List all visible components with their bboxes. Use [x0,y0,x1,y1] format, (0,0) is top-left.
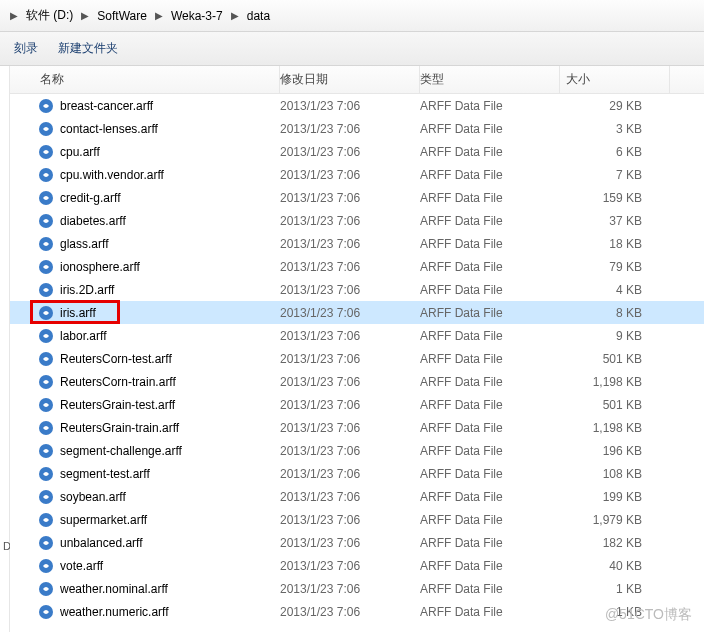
file-icon [38,98,54,114]
breadcrumb-arrow-icon[interactable]: ▶ [151,10,167,21]
file-name-cell: cpu.arff [10,144,280,160]
file-type-cell: ARFF Data File [420,329,560,343]
file-date-cell: 2013/1/23 7:06 [280,306,420,320]
file-name-text: ReutersCorn-test.arff [60,352,172,366]
file-icon [38,328,54,344]
file-row[interactable]: ReutersCorn-test.arff2013/1/23 7:06ARFF … [10,347,704,370]
file-type-cell: ARFF Data File [420,375,560,389]
breadcrumb[interactable]: ▶软件 (D:)▶SoftWare▶Weka-3-7▶data [0,0,704,32]
file-type-cell: ARFF Data File [420,536,560,550]
file-row[interactable]: labor.arff2013/1/23 7:06ARFF Data File9 … [10,324,704,347]
breadcrumb-part[interactable]: 软件 (D:) [22,4,77,28]
breadcrumb-part[interactable]: data [243,4,274,28]
file-type-cell: ARFF Data File [420,398,560,412]
file-name-cell: ReutersCorn-test.arff [10,351,280,367]
file-row[interactable]: ReutersGrain-train.arff2013/1/23 7:06ARF… [10,416,704,439]
file-type-cell: ARFF Data File [420,513,560,527]
file-name-cell: contact-lenses.arff [10,121,280,137]
file-name-text: cpu.arff [60,145,100,159]
breadcrumb-arrow-icon[interactable]: ▶ [77,10,93,21]
file-size-cell: 79 KB [560,260,670,274]
file-row[interactable]: ReutersGrain-test.arff2013/1/23 7:06ARFF… [10,393,704,416]
column-header-size[interactable]: 大小 [560,66,670,93]
file-size-cell: 1,979 KB [560,513,670,527]
file-icon [38,144,54,160]
file-row[interactable]: unbalanced.arff2013/1/23 7:06ARFF Data F… [10,531,704,554]
file-row[interactable]: glass.arff2013/1/23 7:06ARFF Data File18… [10,232,704,255]
column-header-date[interactable]: 修改日期 [280,66,420,93]
file-date-cell: 2013/1/23 7:06 [280,145,420,159]
file-name-cell: iris.2D.arff [10,282,280,298]
file-name-text: labor.arff [60,329,106,343]
breadcrumb-arrow-icon[interactable]: ▶ [6,10,22,21]
content-area: D Dr 名称 修改日期 类型 大小 breast-cancer.arff201… [0,66,704,632]
file-row[interactable]: soybean.arff2013/1/23 7:06ARFF Data File… [10,485,704,508]
file-name-text: segment-test.arff [60,467,150,481]
file-row[interactable]: cpu.arff2013/1/23 7:06ARFF Data File6 KB [10,140,704,163]
file-icon [38,282,54,298]
file-name-cell: ReutersGrain-train.arff [10,420,280,436]
file-name-cell: segment-challenge.arff [10,443,280,459]
file-type-cell: ARFF Data File [420,306,560,320]
file-date-cell: 2013/1/23 7:06 [280,122,420,136]
file-row[interactable]: iris.2D.arff2013/1/23 7:06ARFF Data File… [10,278,704,301]
file-row[interactable]: credit-g.arff2013/1/23 7:06ARFF Data Fil… [10,186,704,209]
file-row[interactable]: ReutersCorn-train.arff2013/1/23 7:06ARFF… [10,370,704,393]
file-row[interactable]: weather.nominal.arff2013/1/23 7:06ARFF D… [10,577,704,600]
sidebar[interactable]: D Dr [0,66,10,632]
file-date-cell: 2013/1/23 7:06 [280,283,420,297]
file-size-cell: 1,198 KB [560,375,670,389]
watermark: @51CTO博客 [605,606,692,624]
file-row[interactable]: breast-cancer.arff2013/1/23 7:06ARFF Dat… [10,94,704,117]
toolbar: 刻录 新建文件夹 [0,32,704,66]
burn-button[interactable]: 刻录 [14,40,38,57]
file-row[interactable]: supermarket.arff2013/1/23 7:06ARFF Data … [10,508,704,531]
file-row[interactable]: iris.arff2013/1/23 7:06ARFF Data File8 K… [10,301,704,324]
file-size-cell: 9 KB [560,329,670,343]
file-date-cell: 2013/1/23 7:06 [280,444,420,458]
column-header-name[interactable]: 名称 [10,66,280,93]
file-name-text: ReutersGrain-train.arff [60,421,179,435]
file-name-text: iris.arff [60,306,96,320]
file-row[interactable]: contact-lenses.arff2013/1/23 7:06ARFF Da… [10,117,704,140]
breadcrumb-part[interactable]: Weka-3-7 [167,4,227,28]
file-icon [38,604,54,620]
file-icon [38,167,54,183]
file-icon [38,213,54,229]
file-row[interactable]: weather.numeric.arff2013/1/23 7:06ARFF D… [10,600,704,623]
file-icon [38,512,54,528]
file-type-cell: ARFF Data File [420,145,560,159]
file-name-cell: vote.arff [10,558,280,574]
file-row[interactable]: vote.arff2013/1/23 7:06ARFF Data File40 … [10,554,704,577]
file-type-cell: ARFF Data File [420,490,560,504]
file-row[interactable]: segment-test.arff2013/1/23 7:06ARFF Data… [10,462,704,485]
file-icon [38,190,54,206]
file-name-cell: iris.arff [10,305,280,321]
file-size-cell: 4 KB [560,283,670,297]
file-row[interactable]: segment-challenge.arff2013/1/23 7:06ARFF… [10,439,704,462]
file-date-cell: 2013/1/23 7:06 [280,490,420,504]
file-row[interactable]: ionosphere.arff2013/1/23 7:06ARFF Data F… [10,255,704,278]
file-icon [38,121,54,137]
file-name-text: unbalanced.arff [60,536,143,550]
breadcrumb-arrow-icon[interactable]: ▶ [227,10,243,21]
file-icon [38,305,54,321]
file-row[interactable]: diabetes.arff2013/1/23 7:06ARFF Data Fil… [10,209,704,232]
new-folder-button[interactable]: 新建文件夹 [58,40,118,57]
file-icon [38,351,54,367]
file-date-cell: 2013/1/23 7:06 [280,99,420,113]
file-type-cell: ARFF Data File [420,467,560,481]
file-icon [38,259,54,275]
file-name-text: contact-lenses.arff [60,122,158,136]
file-name-cell: unbalanced.arff [10,535,280,551]
file-name-cell: soybean.arff [10,489,280,505]
file-date-cell: 2013/1/23 7:06 [280,168,420,182]
breadcrumb-part[interactable]: SoftWare [93,4,151,28]
file-name-text: soybean.arff [60,490,126,504]
file-type-cell: ARFF Data File [420,168,560,182]
file-name-text: cpu.with.vendor.arff [60,168,164,182]
file-row[interactable]: cpu.with.vendor.arff2013/1/23 7:06ARFF D… [10,163,704,186]
file-date-cell: 2013/1/23 7:06 [280,214,420,228]
file-name-cell: labor.arff [10,328,280,344]
column-header-type[interactable]: 类型 [420,66,560,93]
